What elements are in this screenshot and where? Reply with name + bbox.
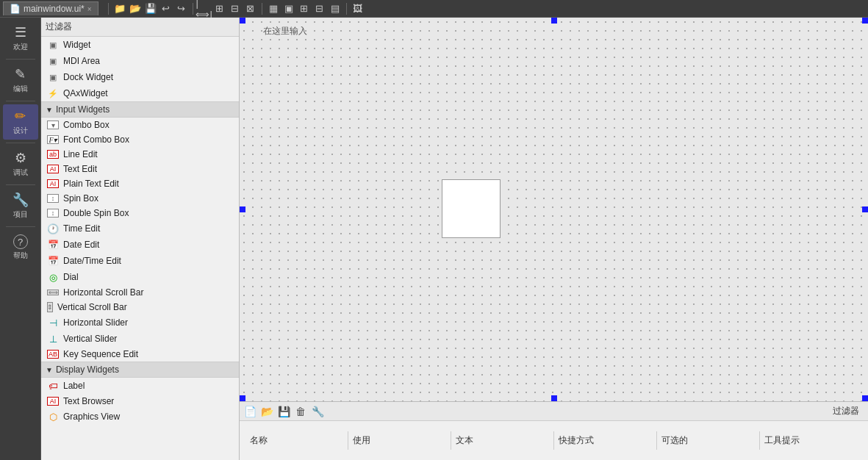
widget-item-line-edit[interactable]: ab Line Edit (41, 147, 239, 162)
widget-item-label[interactable]: 🏷 Label (41, 378, 239, 394)
font-combo-box-icon: F▾ (47, 135, 59, 144)
save-icon[interactable]: 💾 (144, 2, 157, 15)
widget-item-double-spin-box[interactable]: ↕ Double Spin Box (41, 206, 239, 220)
handle-bottom-left[interactable] (240, 395, 245, 401)
sidebar-sep-3 (6, 143, 35, 143)
canvas-placeholder: 在这里输入 (263, 25, 307, 37)
combo-box-icon: ▾ (47, 121, 59, 129)
canvas-inner[interactable]: 在这里输入 (240, 18, 868, 401)
v-scrollbar-icon: ⇕ (47, 302, 53, 312)
time-edit-icon: 🕐 (47, 223, 59, 234)
handle-bottom-right[interactable] (862, 395, 868, 401)
widget-item-dial[interactable]: ◎ Dial (41, 269, 239, 285)
widget-item-text-edit[interactable]: AI Text Edit (41, 162, 239, 176)
handle-bottom-center[interactable] (551, 395, 557, 401)
toolbar-sep-2 (193, 3, 193, 15)
debug-label: 调试 (13, 168, 28, 178)
widget-item-date-edit[interactable]: 📅 Date Edit (41, 237, 239, 253)
widget-item-v-slider[interactable]: ⊥ Vertical Slider (41, 331, 239, 347)
text-browser-label: Text Browser (63, 396, 114, 406)
col-text: 文本 (451, 431, 554, 450)
handle-middle-left[interactable] (240, 206, 245, 212)
tab-close-button[interactable]: × (87, 5, 92, 13)
handle-middle-right[interactable] (862, 206, 868, 212)
widget-panel: 过滤器 ▣ Widget ▣ MDI Area ▣ Dock Widget ⚡ … (41, 18, 240, 460)
input-widgets-section[interactable]: ▼ Input Widgets (41, 101, 239, 118)
h-scrollbar-icon: ⟺ (47, 290, 59, 295)
grid4-icon[interactable]: ⊟ (313, 2, 326, 15)
sidebar-btn-debug[interactable]: ⚙ 调试 (3, 146, 38, 182)
widget-item-v-scrollbar[interactable]: ⇕ Vertical Scroll Bar (41, 300, 239, 315)
toolbar-sep-1 (108, 3, 109, 15)
design-label: 设计 (13, 126, 28, 136)
file-icon: 📄 (10, 4, 21, 14)
canvas-container[interactable]: 在这里输入 (240, 18, 868, 401)
widget-item-h-scrollbar[interactable]: ⟺ Horizontal Scroll Bar (41, 285, 239, 300)
combo-box-label: Combo Box (63, 120, 110, 130)
widget-item-spin-box[interactable]: ↕ Spin Box (41, 191, 239, 206)
widget-label: Widget (63, 40, 90, 50)
bt-settings-icon[interactable]: 🔧 (310, 404, 325, 419)
grid3-icon[interactable]: ⊞ (298, 2, 311, 15)
widget-item-plain-text-edit[interactable]: AI Plain Text Edit (41, 176, 239, 191)
align2-icon[interactable]: ⊞ (213, 2, 226, 15)
widget-item-h-slider[interactable]: ⊣ Horizontal Slider (41, 315, 239, 331)
bt-new-icon[interactable]: 📄 (243, 404, 257, 419)
widget-item-key-sequence-edit[interactable]: AB Key Sequence Edit (41, 347, 239, 362)
plain-text-edit-icon: AI (47, 179, 59, 188)
text-browser-icon: AI (47, 397, 59, 406)
widget-item-dock-widget[interactable]: ▣ Dock Widget (41, 69, 239, 85)
toolbar-sep-3 (262, 3, 262, 15)
sidebar-sep-1 (6, 59, 35, 60)
grid2-icon[interactable]: ▣ (282, 2, 295, 15)
new-icon[interactable]: 📁 (113, 2, 126, 15)
widget-item-graphics-view[interactable]: ⬡ Graphics View (41, 409, 239, 425)
handle-top-center[interactable] (551, 18, 557, 24)
mdi-area-icon: ▣ (47, 55, 59, 67)
sidebar-btn-help[interactable]: ? 帮助 (3, 230, 38, 265)
sidebar-btn-project[interactable]: 🔧 项目 (3, 188, 38, 223)
v-slider-label: Vertical Slider (63, 334, 117, 344)
qaxwidget-icon: ⚡ (47, 87, 59, 99)
label-icon: 🏷 (47, 380, 59, 392)
sidebar-btn-design[interactable]: ✏ 设计 (3, 104, 38, 140)
align1-icon[interactable]: |⟺| (198, 2, 211, 15)
widget-item-widget[interactable]: ▣ Widget (41, 37, 239, 53)
sidebar-sep-5 (6, 226, 35, 227)
preview-icon[interactable]: 🖼 (351, 2, 365, 15)
open-icon[interactable]: 📂 (129, 2, 142, 15)
bt-delete-icon[interactable]: 🗑 (293, 404, 308, 419)
widget-item-qaxwidget[interactable]: ⚡ QAxWidget (41, 85, 239, 101)
double-spin-box-icon: ↕ (47, 209, 59, 218)
align4-icon[interactable]: ⊠ (244, 2, 257, 15)
display-section-label: Display Widgets (56, 364, 119, 375)
text-edit-icon: AI (47, 165, 59, 173)
widget-item-time-edit[interactable]: 🕐 Time Edit (41, 220, 239, 237)
handle-top-right[interactable] (862, 18, 868, 24)
widget-item-mdi-area[interactable]: ▣ MDI Area (41, 53, 239, 69)
handle-top-left[interactable] (240, 18, 245, 24)
display-widgets-section[interactable]: ▼ Display Widgets (41, 362, 239, 378)
qaxwidget-label: QAxWidget (63, 88, 108, 98)
widget-item-font-combo-box[interactable]: F▾ Font Combo Box (41, 132, 239, 147)
v-scrollbar-label: Vertical Scroll Bar (57, 302, 127, 312)
sidebar-btn-welcome[interactable]: ☰ 欢迎 (3, 21, 38, 56)
bt-open-icon[interactable]: 📂 (259, 404, 274, 419)
align3-icon[interactable]: ⊟ (229, 2, 242, 15)
time-edit-label: Time Edit (63, 223, 100, 234)
grid5-icon[interactable]: ▤ (329, 2, 342, 15)
line-edit-label: Line Edit (63, 149, 98, 159)
redo-icon[interactable]: ↪ (175, 2, 188, 15)
graphics-view-icon: ⬡ (47, 411, 59, 423)
widget-item-combo-box[interactable]: ▾ Combo Box (41, 118, 239, 132)
date-edit-label: Date Edit (63, 240, 99, 250)
sidebar-btn-edit[interactable]: ✎ 编辑 (3, 62, 38, 98)
file-tab[interactable]: 📄 mainwindow.ui* × (3, 1, 98, 15)
undo-icon[interactable]: ↩ (159, 2, 173, 15)
canvas-widget[interactable] (442, 179, 501, 238)
widget-item-datetime-edit[interactable]: 📅 Date/Time Edit (41, 253, 239, 269)
widget-item-text-browser[interactable]: AI Text Browser (41, 394, 239, 409)
grid1-icon[interactable]: ▦ (267, 2, 280, 15)
design-icon: ✏ (15, 108, 26, 124)
bt-save-icon[interactable]: 💾 (276, 404, 291, 419)
